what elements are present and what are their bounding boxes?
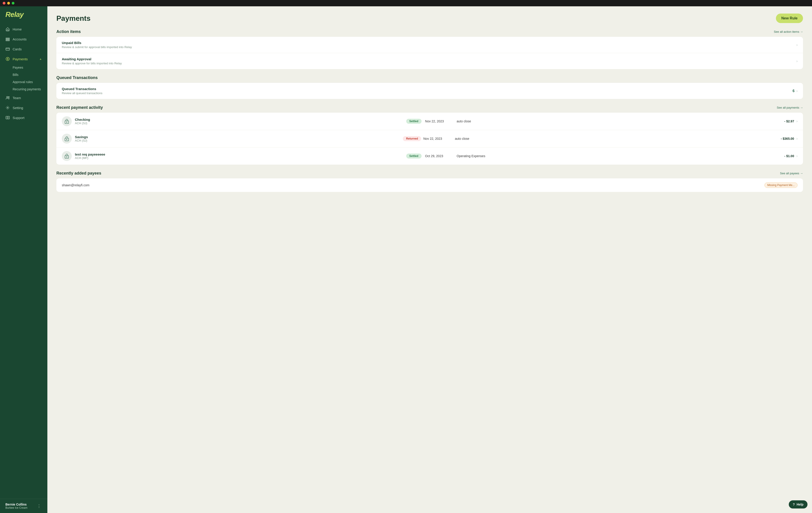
window-dot-yellow[interactable] xyxy=(7,2,10,4)
recent-payments-card: Checking ACH (SJ) Settled Nov 22, 2023 a… xyxy=(56,113,803,165)
user-company: Burbee Ice Cream xyxy=(5,506,36,509)
sidebar-item-accounts-label: Accounts xyxy=(12,37,27,41)
payment-name-savings: Savings xyxy=(75,135,401,139)
main-content: Payments New Rule Action items See all a… xyxy=(47,6,812,513)
sidebar-logo: Relay xyxy=(0,6,47,24)
payment-row[interactable]: test req payeeeeee ACH (MP) Settled Oct … xyxy=(56,147,803,165)
sidebar-item-team-label: Team xyxy=(12,96,21,100)
queued-transactions-section: Queued Transactions Queued Transactions … xyxy=(56,75,803,99)
settings-icon xyxy=(5,105,10,110)
help-label: Help xyxy=(797,503,804,506)
payment-name-checking: Checking xyxy=(75,118,403,122)
sidebar-item-support[interactable]: Support xyxy=(0,113,47,123)
sidebar-item-payments-label: Payments xyxy=(12,57,28,61)
sidebar-item-payments[interactable]: $ Payments ▲ xyxy=(0,54,47,64)
payment-category-3: Operating Expenses xyxy=(457,154,784,158)
sidebar-support-label: Support xyxy=(12,116,25,120)
payment-row[interactable]: Savings ACH (SJ) Returned Nov 22, 2023 a… xyxy=(56,130,803,147)
payment-sub-test: ACH (MP) xyxy=(75,156,403,160)
payment-chevron-2: › xyxy=(796,137,798,141)
payment-amount-2: - $365.00 xyxy=(781,137,794,140)
sidebar: Relay Home Accounts xyxy=(0,0,47,513)
sidebar-item-payees[interactable]: Payees xyxy=(12,64,47,71)
recently-added-payees-section: Recently added payees See all payees → s… xyxy=(56,171,803,192)
user-menu-button[interactable]: ⋮ xyxy=(36,503,42,509)
missing-payment-badge: Missing Payment Me... xyxy=(764,183,798,188)
unpaid-bills-desc: Review & submit for approval bills impor… xyxy=(62,45,132,49)
queued-item-desc: Review all queued transactions xyxy=(62,91,103,95)
user-details: Bernie Collins Burbee Ice Cream xyxy=(5,503,36,509)
payments-icon: $ xyxy=(5,57,10,61)
sidebar-item-accounts[interactable]: Accounts xyxy=(0,34,47,44)
action-items-card: Unpaid Bills Review & submit for approva… xyxy=(56,37,803,69)
payment-chevron-1: › xyxy=(796,119,798,123)
sidebar-item-cards[interactable]: Cards xyxy=(0,44,47,54)
svg-point-12 xyxy=(7,117,8,118)
sidebar-item-cards-label: Cards xyxy=(12,47,22,51)
sidebar-item-settings[interactable]: Setting xyxy=(0,103,47,113)
team-icon xyxy=(5,96,10,100)
see-all-action-items-link[interactable]: See all action items → xyxy=(774,30,803,33)
user-name: Bernie Collins xyxy=(5,503,36,506)
cards-icon xyxy=(5,47,10,51)
unpaid-bills-title: Unpaid Bills xyxy=(62,41,132,45)
queued-transactions-card: Queued Transactions Review all queued tr… xyxy=(56,83,803,99)
svg-point-18 xyxy=(66,157,67,157)
recent-payments-header: Recent payment activity See all payments… xyxy=(56,105,803,110)
support-icon xyxy=(5,115,10,120)
sidebar-bottom: Bernie Collins Burbee Ice Cream ⋮ xyxy=(0,499,47,513)
svg-point-16 xyxy=(66,139,67,140)
payments-expand-icon: ▲ xyxy=(39,57,42,60)
svg-rect-1 xyxy=(6,38,9,38)
svg-point-14 xyxy=(66,122,67,123)
queued-transactions-item[interactable]: Queued Transactions Review all queued tr… xyxy=(56,83,803,99)
action-items-section: Action items See all action items → Unpa… xyxy=(56,29,803,69)
payment-chevron-3: › xyxy=(796,154,798,158)
window-dot-green[interactable] xyxy=(12,2,14,4)
sidebar-item-team[interactable]: Team xyxy=(0,93,47,103)
payment-icon-checking xyxy=(62,116,72,126)
svg-rect-3 xyxy=(6,40,9,41)
payees-section-title: Recently added payees xyxy=(56,171,101,176)
sidebar-nav: Home Accounts Cards xyxy=(0,24,47,499)
svg-point-10 xyxy=(7,107,8,108)
svg-rect-0 xyxy=(7,30,8,31)
svg-rect-4 xyxy=(6,48,9,50)
awaiting-approval-desc: Review & approve for bills imported into… xyxy=(62,62,122,65)
svg-rect-2 xyxy=(6,39,9,40)
new-rule-button[interactable]: New Rule xyxy=(776,14,803,23)
queued-transactions-header: Queued Transactions xyxy=(56,75,803,80)
payees-card: shawn@relayfi.com Missing Payment Me... xyxy=(56,179,803,192)
sidebar-item-bills[interactable]: Bills xyxy=(12,71,47,78)
payment-date-1: Nov 22, 2023 xyxy=(425,119,457,123)
sidebar-item-settings-label: Setting xyxy=(12,106,23,110)
status-badge-settled-3: Settled xyxy=(406,154,422,159)
window-chrome xyxy=(0,0,812,6)
action-item-unpaid-bills[interactable]: Unpaid Bills Review & submit for approva… xyxy=(56,37,803,53)
payment-date-3: Oct 29, 2023 xyxy=(425,154,457,158)
payee-email: shawn@relayfi.com xyxy=(62,183,89,187)
page-header: Payments New Rule xyxy=(56,14,803,23)
sidebar-item-home[interactable]: Home xyxy=(0,24,47,34)
payee-row[interactable]: shawn@relayfi.com Missing Payment Me... xyxy=(56,179,803,192)
action-item-awaiting-approval[interactable]: Awaiting Approval Review & approve for b… xyxy=(56,53,803,69)
svg-rect-11 xyxy=(6,116,9,119)
payment-sub-savings: ACH (SJ) xyxy=(75,139,401,142)
sidebar-item-approval-rules[interactable]: Approval rules xyxy=(12,78,47,86)
payment-name-test: test req payeeeeee xyxy=(75,153,403,156)
content-area: Payments New Rule Action items See all a… xyxy=(47,6,812,513)
window-dot-red[interactable] xyxy=(3,2,5,4)
payment-amount-3: - $1.00 xyxy=(784,154,794,158)
payment-row[interactable]: Checking ACH (SJ) Settled Nov 22, 2023 a… xyxy=(56,113,803,130)
queued-item-title: Queued Transactions xyxy=(62,87,103,91)
payment-category-2: auto close xyxy=(455,137,781,140)
see-all-payees-link[interactable]: See all payees → xyxy=(780,171,803,175)
see-all-payments-link[interactable]: See all payments → xyxy=(777,106,803,109)
help-button[interactable]: ? Help xyxy=(789,501,808,509)
action-items-title: Action items xyxy=(56,29,81,34)
payment-category-1: auto close xyxy=(457,119,784,123)
page-title: Payments xyxy=(56,14,90,23)
sidebar-item-recurring[interactable]: Recurring payments xyxy=(12,86,47,93)
awaiting-approval-title: Awaiting Approval xyxy=(62,57,122,61)
queued-count: 6 xyxy=(792,89,794,93)
